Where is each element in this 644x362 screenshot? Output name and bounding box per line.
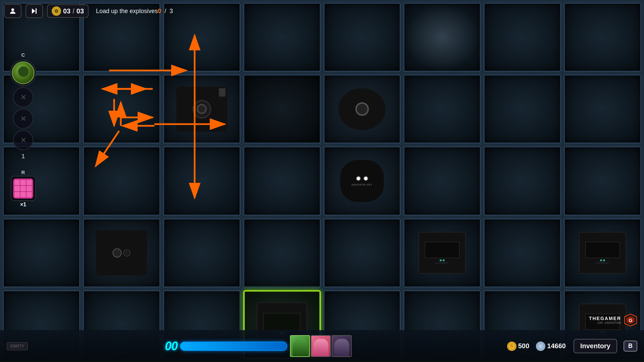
skip-icon <box>30 7 38 15</box>
portrait-1 <box>290 335 310 357</box>
tv-cell-r2c5 <box>324 74 401 144</box>
profile-icon <box>9 7 17 15</box>
score-number: 00 <box>165 339 178 353</box>
bottom-left: EMPTY <box>7 342 28 350</box>
tv-cell-r2c7 <box>484 74 561 144</box>
svg-rect-14 <box>36 8 37 14</box>
tv-cell-r4c1 <box>3 218 80 288</box>
tv-cell-r3c8 <box>564 146 641 215</box>
mission-description: Load up the explosives 0 / 3 <box>93 8 173 15</box>
tv-cell-r3c2 <box>83 146 160 215</box>
mission-progress-slash: / <box>164 8 166 15</box>
throwable-dot-8 <box>20 192 26 197</box>
tv-cell-r3c3 <box>163 146 241 215</box>
tv-cell-r4c5 <box>324 218 401 288</box>
score-bar-container: 00 <box>180 342 287 351</box>
throwable-dot-1 <box>14 180 20 185</box>
empty-label: EMPTY <box>7 342 28 350</box>
tv-cell-r4c2 <box>83 218 160 288</box>
uid-text: UID: 1002037306 <box>597 321 621 324</box>
throwable-dot-6 <box>27 186 32 191</box>
slot-number: 1 <box>21 153 25 160</box>
tv-cell-r4c4 <box>243 218 321 288</box>
character-slot-main <box>10 60 36 86</box>
throwable-count: ×1 <box>20 202 26 208</box>
avatar-inner <box>13 62 34 83</box>
throwable-dot-3 <box>27 180 32 185</box>
tv-cell-r3c6 <box>403 146 481 215</box>
portrait-3 <box>332 335 352 357</box>
avatar-face <box>18 66 29 77</box>
tv-cell-r1c4 <box>243 3 321 72</box>
score-bar <box>180 342 287 351</box>
throwable-slot <box>11 176 36 201</box>
mission-counter: ⚙ 03 / 03 <box>47 4 89 18</box>
brand-name: THEGAMER <box>589 316 621 321</box>
mission-total: 03 <box>77 7 84 15</box>
thegamer-logo: THEGAMER UID: 1002037306 <box>589 316 621 324</box>
score-display: 00 <box>33 335 499 357</box>
empty-slot-3: ✕ <box>13 130 33 150</box>
tv-cell-r2c8 <box>564 74 641 144</box>
tv-cell-r3c5: BANGROD NET <box>324 146 401 215</box>
mission-separator: / <box>72 7 75 15</box>
gold-currency: G 500 <box>507 342 529 351</box>
tv-cell-r2c6 <box>403 74 481 144</box>
throwable-section: R ×1 <box>11 169 36 208</box>
bottom-hud: EMPTY 00 G <box>0 330 644 362</box>
empty-slot-2: ✕ <box>13 109 33 129</box>
inventory-button[interactable]: Inventory <box>574 339 617 353</box>
left-panel: C ✕ ✕ ✕ 1 R <box>10 52 36 208</box>
tv-cell-r3c7 <box>484 146 561 215</box>
tv-cell-r1c6 <box>403 3 481 72</box>
watermark: THEGAMER UID: 1002037306 G <box>589 313 637 327</box>
logo-icon: G <box>624 313 637 327</box>
panel-key-c: C <box>21 52 25 58</box>
throwable-dot-4 <box>14 186 20 191</box>
currency-display: G 500 14660 <box>507 342 566 351</box>
x-icon-2: ✕ <box>20 115 26 123</box>
silver-coin-icon <box>536 342 545 351</box>
silver-amount: 14660 <box>547 342 566 350</box>
portrait-2 <box>311 335 331 357</box>
tv-cell-r1c8 <box>564 3 641 72</box>
tv-cell-r4c7 <box>484 218 561 288</box>
profile-button[interactable] <box>4 4 21 18</box>
character-avatar <box>12 61 35 84</box>
svg-point-12 <box>11 8 14 11</box>
tv-cell-r1c7 <box>484 3 561 72</box>
gold-coin-icon: G <box>507 342 516 351</box>
tv-wall: BANGROD NET AUTOMATIC <box>0 0 644 362</box>
svg-marker-13 <box>32 8 35 14</box>
tv-cell-r4c8: AUTOMATIC <box>564 218 641 288</box>
tv-cell-r4c6: AUTOMATIC <box>403 218 481 288</box>
tv-cell-r2c2 <box>83 74 160 144</box>
empty-slot-1: ✕ <box>13 87 33 107</box>
tv-cell-r1c5 <box>324 3 401 72</box>
throwable-dot-2 <box>20 180 26 185</box>
tv-cell-r4c3 <box>163 218 241 288</box>
throwable-dot-7 <box>14 192 20 197</box>
throwable-item <box>13 178 33 199</box>
b-key-button[interactable]: B <box>624 341 637 352</box>
mission-progress-total: 3 <box>169 8 173 15</box>
throwable-dot-9 <box>27 192 32 197</box>
mission-icon: ⚙ <box>52 6 61 16</box>
panel-key-r: R <box>21 169 25 175</box>
x-icon-1: ✕ <box>20 93 26 101</box>
tv-cell-r2c3 <box>163 74 241 144</box>
tv-cell-r1c3 <box>163 3 241 72</box>
gold-amount: 500 <box>518 342 529 350</box>
mission-count: 03 <box>63 7 70 15</box>
tv-cell-r3c4 <box>243 146 321 215</box>
svg-text:G: G <box>629 318 633 323</box>
silver-currency: 14660 <box>536 342 566 351</box>
mission-text-label: Load up the explosives <box>96 8 158 15</box>
portrait-row <box>290 335 352 357</box>
top-hud: ⚙ 03 / 03 Load up the explosives 0 / 3 <box>4 4 173 18</box>
skip-button[interactable] <box>26 4 43 18</box>
mission-progress-current: 0 <box>158 8 161 15</box>
throwable-dot-5 <box>20 186 26 191</box>
tv-cell-r2c4 <box>243 74 321 144</box>
x-icon-3: ✕ <box>20 136 26 144</box>
